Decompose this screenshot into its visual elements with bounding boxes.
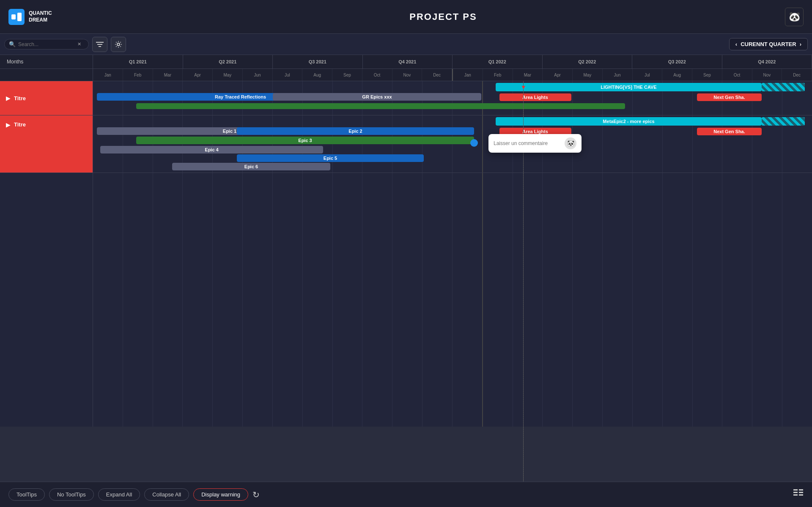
- footer: ToolTips No ToolTips Expand All Collapse…: [0, 482, 812, 507]
- quarters-row: Q1 2021 Q2 2021 Q3 2021 Q4 2021 Q1 2022 …: [93, 55, 812, 69]
- svg-rect-7: [793, 492, 798, 493]
- month-nov-1: Nov: [392, 69, 422, 81]
- bar-epic3[interactable]: Epic 3: [136, 137, 474, 144]
- months-label: Months: [0, 55, 93, 69]
- svg-rect-11: [799, 494, 803, 496]
- quarter-q1-2022: Q1 2022: [453, 55, 543, 69]
- svg-rect-0: [11, 14, 16, 19]
- search-clear-icon[interactable]: ✕: [77, 41, 81, 47]
- quarter-nav-label: CURENNT QUARTER: [741, 41, 796, 47]
- month-dec-2: Dec: [782, 69, 812, 81]
- panda-button[interactable]: 🐼: [785, 8, 804, 26]
- expand-arrow-1[interactable]: ▶: [6, 95, 11, 101]
- collapse-all-button[interactable]: Collapse All: [144, 488, 189, 501]
- logo-box: [8, 9, 25, 25]
- footer-right: [793, 489, 804, 500]
- months-spacer: [0, 69, 93, 81]
- logo-text: QUANTIC DREAM: [29, 10, 52, 23]
- month-apr-2: Apr: [543, 69, 573, 81]
- filter-button[interactable]: [92, 37, 107, 52]
- bar-next-gen-sha-1[interactable]: Next Gen Sha.: [697, 93, 762, 101]
- quarter-q4-2021: Q4 2021: [363, 55, 453, 69]
- settings-button[interactable]: [111, 37, 126, 52]
- sidebar-row-1: ▶ Titre: [0, 81, 93, 115]
- search-input[interactable]: [18, 41, 77, 47]
- search-icon: 🔍: [9, 41, 16, 47]
- quarter-q1-2021: Q1 2021: [93, 55, 183, 69]
- quarter-q2-2022: Q2 2022: [543, 55, 633, 69]
- bar-green-1[interactable]: [136, 103, 625, 109]
- project-title: PROJECT PS: [102, 11, 785, 22]
- quarter-nav-prev-icon: ‹: [735, 41, 737, 47]
- month-feb-2: Feb: [483, 69, 513, 81]
- gantt-content-1: LIGHTING[VS] THE CAVE Ray Traced Reflect…: [93, 81, 812, 115]
- filter-icon: [96, 41, 104, 47]
- expand-arrow-2[interactable]: ▶: [6, 121, 11, 128]
- month-may-1: May: [213, 69, 243, 81]
- svg-rect-10: [799, 492, 803, 493]
- month-mar-2: Mar: [513, 69, 543, 81]
- quarter-nav-next-icon: ›: [800, 41, 801, 47]
- bar-next-gen-sha-2[interactable]: Next Gen Sha.: [697, 128, 762, 135]
- header-right: 🐼: [785, 8, 804, 26]
- month-nov-2: Nov: [752, 69, 782, 81]
- month-apr-1: Apr: [183, 69, 213, 81]
- list-icon: [793, 489, 804, 498]
- bar-hatched-2[interactable]: [762, 117, 805, 126]
- refresh-button[interactable]: ↻: [252, 490, 260, 500]
- bar-lighting-cave[interactable]: LIGHTING[VS] THE CAVE: [496, 83, 762, 91]
- sidebar-row-2: ▶ Titre: [0, 115, 93, 173]
- month-jul-1: Jul: [273, 69, 303, 81]
- comment-popup: 🐼: [488, 134, 582, 153]
- month-oct-1: Oct: [362, 69, 392, 81]
- bar-hatched-1[interactable]: [762, 83, 805, 91]
- month-jun-1: Jun: [243, 69, 273, 81]
- month-sep-2: Sep: [692, 69, 722, 81]
- comment-icon[interactable]: 🐼: [565, 137, 576, 149]
- empty-grid: [93, 173, 812, 427]
- table-row: ▶ Titre MetaEpic2 - more epics Epic 1 Ep…: [0, 115, 812, 173]
- bar-epic2[interactable]: Epic 2: [237, 127, 474, 135]
- main-area: Months Q1 2021 Q2 2021 Q3 2021 Q4 2021 Q…: [0, 55, 812, 482]
- bar-meta-epic2[interactable]: MetaEpic2 - more epics: [496, 117, 762, 126]
- month-feb-1: Feb: [123, 69, 153, 81]
- months-row: Jan Feb Mar Apr May Jun Jul Aug Sep Oct …: [93, 69, 812, 81]
- quarter-q2-2021: Q2 2021: [183, 55, 273, 69]
- display-warning-button[interactable]: Display warning: [193, 488, 248, 501]
- svg-rect-8: [793, 494, 798, 496]
- bar-area-lights-1[interactable]: Area Lights: [499, 93, 571, 101]
- svg-point-5: [117, 43, 120, 46]
- month-jan-1: Jan: [93, 69, 123, 81]
- month-may-2: May: [573, 69, 603, 81]
- month-aug-1: Aug: [302, 69, 332, 81]
- month-jan-2: Jan: [452, 69, 483, 81]
- circle-marker: [470, 139, 478, 147]
- table-row: ▶ Titre LIGHTING[VS] THE CAVE Ray Traced…: [0, 81, 812, 115]
- quarter-q4-2022: Q4 2022: [722, 55, 812, 69]
- row-title-2: Titre: [14, 121, 26, 128]
- svg-rect-9: [799, 489, 803, 491]
- bar-gr-epics[interactable]: GR Epics xxx: [273, 93, 481, 101]
- header: QUANTIC DREAM PROJECT PS 🐼: [0, 0, 812, 34]
- list-icon-button[interactable]: [793, 489, 804, 500]
- settings-icon: [115, 41, 122, 48]
- quarter-q3-2021: Q3 2021: [273, 55, 363, 69]
- tooltips-button[interactable]: ToolTips: [8, 488, 45, 501]
- month-sep-1: Sep: [332, 69, 362, 81]
- gantt-rows: PS MS2 ▼ ▶ Titre LIGHTING[VS] THE: [0, 81, 812, 482]
- no-tooltips-button[interactable]: No ToolTips: [49, 488, 94, 501]
- bar-epic5[interactable]: Epic 5: [237, 154, 424, 162]
- quarter-nav[interactable]: ‹ CURENNT QUARTER ›: [729, 38, 808, 50]
- toolbar: 🔍 ✕ ‹ CURENNT QUARTER ›: [0, 34, 812, 55]
- comment-input[interactable]: [494, 140, 561, 146]
- bar-epic6[interactable]: Epic 6: [172, 163, 330, 170]
- bar-epic4[interactable]: Epic 4: [100, 146, 323, 153]
- month-mar-1: Mar: [153, 69, 183, 81]
- empty-sidebar: [0, 173, 93, 427]
- logo-area: QUANTIC DREAM: [8, 9, 102, 25]
- quarter-q3-2022: Q3 2022: [632, 55, 722, 69]
- search-box[interactable]: 🔍 ✕: [4, 39, 89, 49]
- row-title-1: Titre: [14, 95, 26, 101]
- svg-rect-1: [17, 13, 22, 21]
- expand-all-button[interactable]: Expand All: [98, 488, 140, 501]
